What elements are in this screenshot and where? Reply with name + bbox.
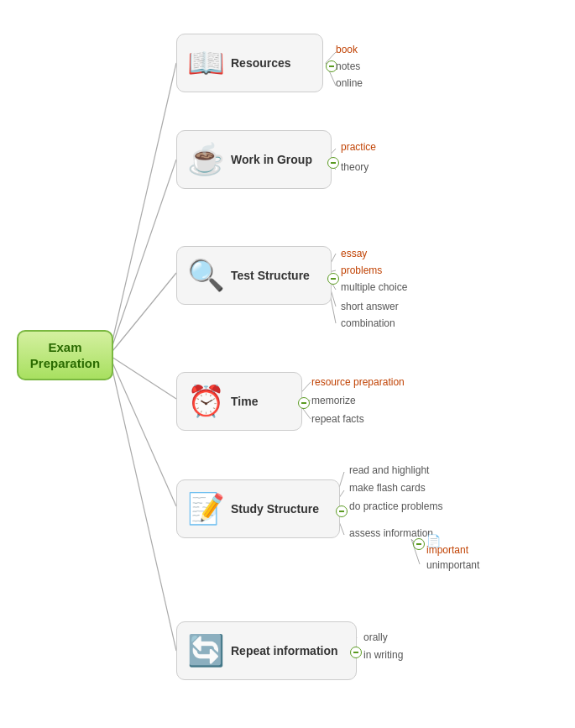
work-in-group-node: ☕ Work in Group	[176, 130, 332, 189]
alarm-icon: ⏰	[187, 386, 224, 416]
study-structure-node: 📝 Study Structure	[176, 479, 340, 538]
test-structure-label: Test Structure	[231, 269, 310, 282]
root-label: Exam Preparation	[30, 339, 100, 372]
leaf-repeat-facts: repeat facts	[311, 413, 364, 425]
work-in-group-label: Work in Group	[231, 153, 312, 166]
test-structure-collapse[interactable]	[327, 273, 339, 285]
time-label: Time	[231, 395, 258, 408]
resources-node: 📖 Resources	[176, 34, 323, 92]
leaf-practice: practice	[341, 141, 376, 153]
leaf-memorize: memorize	[311, 395, 356, 406]
leaf-problems: problems	[341, 264, 382, 276]
leaf-orally: orally	[363, 631, 388, 643]
test-structure-node: 🔍 Test Structure	[176, 246, 332, 305]
resources-label: Resources	[231, 56, 291, 70]
leaf-short-answer: short answer	[341, 301, 399, 312]
repeat-info-collapse[interactable]	[350, 647, 362, 658]
leaf-unimportant: unimportant	[426, 559, 479, 571]
leaf-essay: essay	[341, 248, 367, 259]
leaf-notes: notes	[336, 60, 360, 72]
svg-line-2	[109, 273, 176, 355]
leaf-multiple-choice: multiple choice	[341, 281, 407, 293]
root-node: Exam Preparation	[17, 330, 113, 380]
svg-line-5	[109, 355, 176, 651]
notepad-icon: 📝	[187, 494, 224, 524]
leaf-read-highlight: read and highlight	[349, 464, 429, 476]
leaf-assess-info: assess information	[349, 527, 433, 539]
refresh-icon: 🔄	[187, 636, 224, 666]
svg-line-1	[109, 160, 176, 355]
svg-line-4	[109, 355, 176, 506]
study-structure-label: Study Structure	[231, 502, 319, 516]
time-node: ⏰ Time	[176, 372, 302, 431]
leaf-resource-prep: resource preparation	[311, 376, 405, 388]
leaf-in-writing: in writing	[363, 649, 403, 661]
leaf-online: online	[336, 77, 363, 89]
leaf-theory: theory	[341, 161, 369, 173]
assess-collapse[interactable]	[413, 538, 425, 550]
repeat-information-node: 🔄 Repeat information	[176, 621, 357, 680]
leaf-important: important	[426, 544, 468, 556]
repeat-information-label: Repeat information	[231, 644, 338, 657]
coffee-icon: ☕	[187, 144, 224, 175]
magnifier-icon: 🔍	[187, 260, 224, 291]
book-icon: 📖	[187, 48, 224, 78]
leaf-practice-problems: do practice problems	[349, 500, 442, 512]
svg-line-3	[109, 355, 176, 399]
leaf-combination: combination	[341, 317, 395, 329]
study-structure-collapse[interactable]	[336, 505, 348, 517]
time-collapse[interactable]	[298, 397, 310, 409]
svg-line-0	[109, 63, 176, 355]
leaf-book: book	[336, 44, 358, 55]
work-in-group-collapse[interactable]	[327, 157, 339, 169]
leaf-flash-cards: make flash cards	[349, 482, 426, 494]
